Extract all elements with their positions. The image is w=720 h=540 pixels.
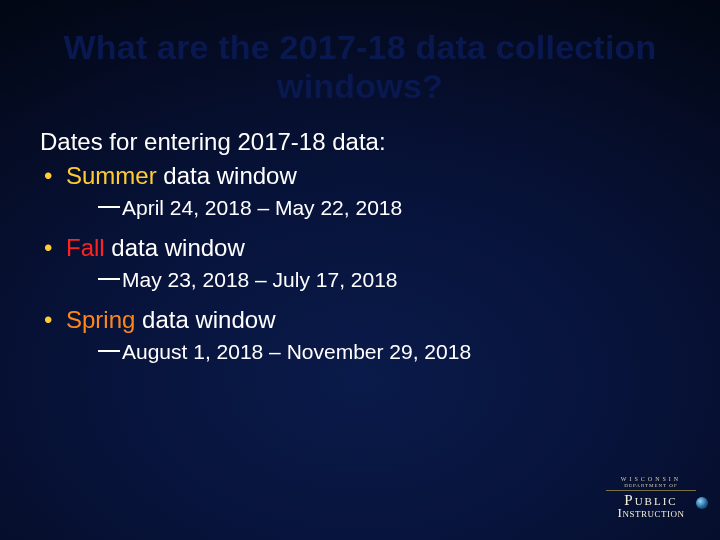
window-rest: data window [157,162,297,189]
season-name: Summer [66,162,157,189]
season-name: Spring [66,306,135,333]
window-label: Spring data window [40,306,680,334]
date-range: April 24, 2018 – May 22, 2018 [98,196,680,220]
list-item: Fall data window May 23, 2018 – July 17,… [40,234,680,292]
globe-icon [696,497,708,509]
window-label: Fall data window [40,234,680,262]
date-range: August 1, 2018 – November 29, 2018 [98,340,680,364]
slide-title: What are the 2017-18 data collection win… [40,28,680,106]
date-range: May 23, 2018 – July 17, 2018 [98,268,680,292]
list-item: Spring data window August 1, 2018 – Nove… [40,306,680,364]
logo-divider [606,490,696,491]
slide: What are the 2017-18 data collection win… [0,0,720,540]
logo-line2: DEPARTMENT OF [596,483,706,488]
window-rest: data window [105,234,245,261]
date-sublist: April 24, 2018 – May 22, 2018 [40,196,680,220]
window-rest: data window [135,306,275,333]
logo-line3: Public [596,493,706,507]
list-item: Summer data window April 24, 2018 – May … [40,162,680,220]
dpi-logo: WISCONSIN DEPARTMENT OF Public Instructi… [596,476,706,532]
season-name: Fall [66,234,105,261]
windows-list: Summer data window April 24, 2018 – May … [40,162,680,364]
window-label: Summer data window [40,162,680,190]
logo-line4: Instruction [596,507,706,519]
intro-text: Dates for entering 2017-18 data: [40,128,680,156]
date-sublist: May 23, 2018 – July 17, 2018 [40,268,680,292]
logo-line1: WISCONSIN [596,476,706,482]
date-sublist: August 1, 2018 – November 29, 2018 [40,340,680,364]
logo-public-text: Public [624,492,677,508]
